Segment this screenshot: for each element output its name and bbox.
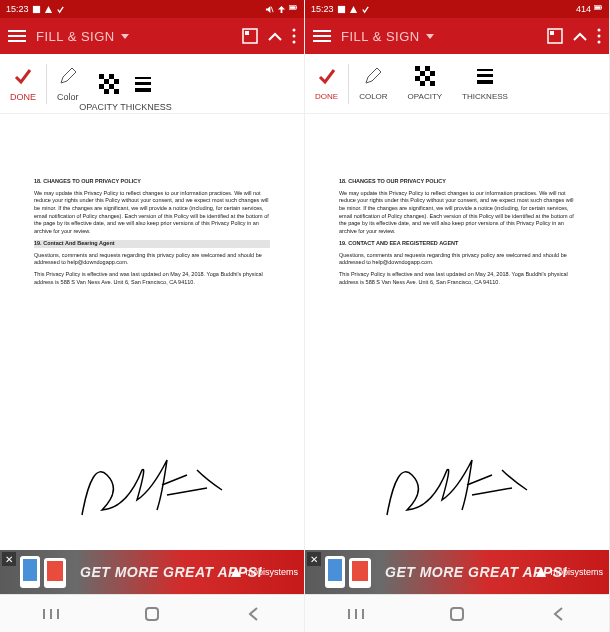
opacity-thickness-button[interactable]: OPACITY THICKNESS — [89, 74, 163, 94]
doc-paragraph: We may update this Privacy Policy to ref… — [339, 190, 575, 236]
svg-rect-27 — [47, 561, 63, 581]
svg-point-11 — [293, 35, 296, 38]
svg-rect-34 — [595, 6, 601, 9]
back-button[interactable] — [546, 602, 570, 626]
thickness-icon — [133, 74, 153, 94]
svg-rect-58 — [352, 561, 368, 581]
mode-dropdown[interactable]: FILL & SIGN — [36, 29, 129, 44]
system-nav-bar — [305, 594, 609, 632]
done-button[interactable]: DONE — [0, 66, 46, 102]
thickness-button[interactable]: THICKNESS — [452, 66, 518, 101]
header-title: FILL & SIGN — [36, 29, 115, 44]
collapse-icon[interactable] — [573, 32, 587, 41]
svg-rect-54 — [477, 80, 493, 84]
battery-icon — [289, 5, 298, 14]
collapse-icon[interactable] — [268, 32, 282, 41]
ad-image — [323, 554, 379, 590]
svg-rect-4 — [296, 6, 297, 8]
svg-rect-18 — [109, 84, 114, 89]
signature-drawing[interactable] — [372, 440, 542, 530]
svg-rect-44 — [415, 66, 420, 71]
back-button[interactable] — [241, 602, 265, 626]
opacity-icon — [99, 74, 119, 94]
svg-rect-49 — [425, 76, 430, 81]
svg-rect-51 — [430, 81, 435, 86]
status-indicator: 414 — [576, 4, 591, 14]
doc-heading: 18. CHANGES TO OUR PRIVACY POLICY — [339, 178, 575, 186]
status-bar: 15:23 414 — [305, 0, 609, 18]
battery-icon — [594, 5, 603, 14]
more-icon[interactable] — [597, 28, 601, 44]
svg-rect-46 — [420, 71, 425, 76]
thickness-icon — [475, 66, 495, 86]
signature-drawing[interactable] — [67, 440, 237, 530]
color-button[interactable]: Color — [47, 66, 89, 102]
menu-icon[interactable] — [313, 29, 331, 43]
opacity-button[interactable]: OPACITY — [398, 66, 453, 101]
system-nav-bar — [0, 594, 304, 632]
svg-rect-52 — [477, 69, 493, 71]
done-button[interactable]: DONE — [305, 66, 348, 101]
page-mode-icon[interactable] — [242, 28, 258, 44]
mode-dropdown[interactable]: FILL & SIGN — [341, 29, 434, 44]
status-icon — [337, 5, 346, 14]
svg-rect-20 — [114, 89, 119, 94]
pencil-icon — [58, 66, 78, 86]
svg-rect-19 — [104, 89, 109, 94]
page-mode-icon[interactable] — [547, 28, 563, 44]
svg-rect-17 — [99, 84, 104, 89]
ad-brand: mobisystems — [535, 566, 603, 578]
menu-icon[interactable] — [8, 29, 26, 43]
doc-paragraph: We may update this Privacy Policy to ref… — [34, 190, 270, 236]
svg-point-12 — [293, 41, 296, 44]
ad-brand: mobisystems — [230, 566, 298, 578]
ad-banner[interactable]: ✕ GET MORE GREAT APPS! mobisystems — [305, 550, 609, 594]
ad-image — [18, 554, 74, 590]
chevron-down-icon — [426, 34, 434, 39]
svg-rect-47 — [430, 71, 435, 76]
svg-rect-62 — [451, 608, 463, 620]
doc-heading: 19. Contact And Bearing Agent — [34, 240, 270, 248]
home-button[interactable] — [445, 602, 469, 626]
svg-rect-56 — [328, 559, 342, 581]
svg-rect-9 — [245, 31, 249, 35]
recents-button[interactable] — [39, 602, 63, 626]
status-icon — [32, 5, 41, 14]
svg-rect-22 — [135, 82, 151, 85]
doc-paragraph: This Privacy Policy is effective and was… — [339, 271, 575, 286]
status-time: 15:23 — [311, 4, 334, 14]
svg-rect-13 — [99, 74, 104, 79]
ad-close-button[interactable]: ✕ — [307, 552, 321, 566]
svg-point-41 — [598, 29, 601, 32]
doc-paragraph: Questions, comments and requests regardi… — [34, 252, 270, 267]
ad-banner[interactable]: ✕ GET MORE GREAT APPS! mobisystems — [0, 550, 304, 594]
ad-close-button[interactable]: ✕ — [2, 552, 16, 566]
document-viewer[interactable]: 18. CHANGES TO OUR PRIVACY POLICY We may… — [0, 114, 304, 550]
status-icon — [56, 5, 65, 14]
svg-rect-40 — [550, 31, 554, 35]
mute-icon — [265, 5, 274, 14]
svg-rect-23 — [135, 88, 151, 92]
header-title: FILL & SIGN — [341, 29, 420, 44]
svg-rect-15 — [104, 79, 109, 84]
svg-rect-50 — [420, 81, 425, 86]
svg-rect-3 — [290, 6, 296, 9]
more-icon[interactable] — [292, 28, 296, 44]
check-icon — [13, 66, 33, 86]
svg-point-10 — [293, 29, 296, 32]
recents-button[interactable] — [344, 602, 368, 626]
status-icon — [44, 5, 53, 14]
app-header: FILL & SIGN — [305, 18, 609, 54]
doc-paragraph: Questions, comments and requests regardi… — [339, 252, 575, 267]
chevron-down-icon — [121, 34, 129, 39]
svg-line-1 — [271, 6, 273, 11]
home-button[interactable] — [140, 602, 164, 626]
svg-rect-32 — [337, 5, 344, 12]
airplane-icon — [277, 5, 286, 14]
svg-rect-48 — [415, 76, 420, 81]
doc-heading: 19. CONTACT AND EEA REGISTERED AGENT — [339, 240, 575, 248]
svg-rect-16 — [114, 79, 119, 84]
color-button[interactable]: COLOR — [349, 66, 397, 101]
svg-rect-14 — [109, 74, 114, 79]
document-viewer[interactable]: 18. CHANGES TO OUR PRIVACY POLICY We may… — [305, 114, 609, 550]
